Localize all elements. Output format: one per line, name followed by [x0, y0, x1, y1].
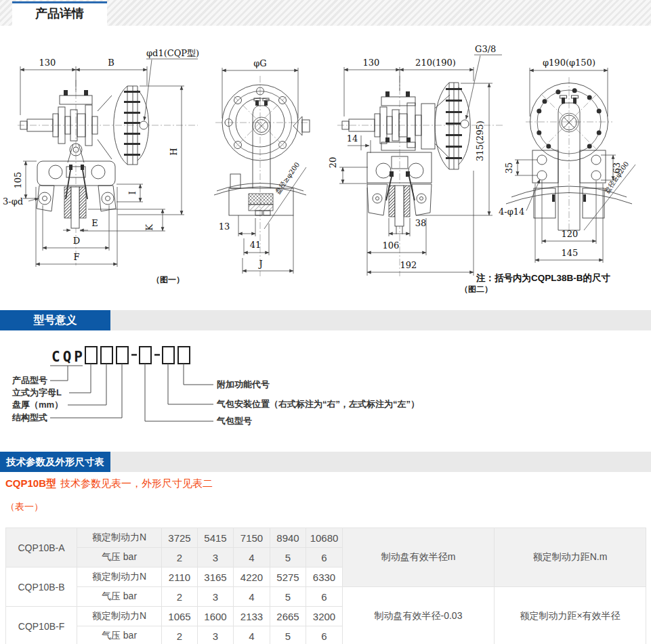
pressure-value: 2 [162, 548, 198, 567]
pressure-value: 6 [306, 587, 343, 607]
force-value: 10680 [306, 528, 343, 548]
fig1-dim-D: D [73, 236, 80, 246]
merge-torque-bottom: 额定制动力距×有效半径 [495, 587, 646, 644]
fig1-dim-130: 130 [39, 58, 56, 68]
force-value: 1600 [198, 607, 234, 626]
pressure-label-cell: 气压 bar [77, 548, 162, 567]
merge-radius-top: 制动盘有效半径m [343, 528, 495, 587]
pressure-value: 2 [162, 626, 198, 644]
merge-torque-top: 额定制动力距N.m [495, 528, 646, 587]
force-value: 4220 [234, 567, 270, 587]
model-right-label-1: 附加功能代号 [217, 379, 270, 389]
fig3-dim-14: 14 [347, 133, 358, 144]
fig1-dim-B: B [108, 58, 114, 68]
figure-3-side-view: 130 210(190) G3/8 315(295) 14 20 38 106 … [328, 44, 503, 276]
force-value: 2133 [234, 607, 270, 626]
fig3-dim-192: 192 [400, 260, 417, 270]
product-detail-page: 130 B φd1(CQP型) H 105 3-φd I K E D [0, 0, 651, 644]
fig3-dim-130: 130 [363, 58, 380, 68]
fig3-dim-38: 38 [415, 218, 427, 228]
section-bar-specs: 技术参数及外形尺寸表 [0, 452, 651, 472]
fig2-dim-phiG: φG [253, 58, 267, 68]
fig2-dim-disc: 盘径≥φ200 [274, 161, 301, 196]
specs-intro-model: CQP10B型 [5, 477, 56, 489]
force-value: 3725 [162, 528, 198, 548]
pressure-value: 3 [198, 626, 234, 644]
model-cell-a: CQP10B-A [6, 528, 77, 567]
section-bar-model-meaning: 型号意义 [0, 310, 651, 330]
pressure-value: 3 [198, 587, 234, 607]
fig1-dim-F: F [73, 252, 79, 262]
force-value: 7150 [234, 528, 270, 548]
fig3-dim-G38: G3/8 [475, 44, 496, 54]
force-value: 3165 [198, 567, 234, 587]
force-value: 1065 [162, 607, 198, 626]
fig1-dim-H: H [169, 148, 179, 155]
pressure-label-cell: 气压 bar [77, 626, 162, 644]
model-right-label-3: 气包型号 [216, 416, 252, 426]
pressure-value: 4 [234, 626, 270, 644]
fig3-dim-315: 315(295) [475, 121, 485, 161]
table-caption: （表一） [5, 501, 43, 513]
fig1-dim-3phid: 3-φd [3, 196, 23, 207]
fig1-dim-I: I [127, 191, 138, 194]
spec-table: CQP10B-A 额定制动力N 3725 5415 7150 8940 1068… [5, 528, 646, 644]
pressure-value: 4 [234, 548, 270, 567]
section-title-specs: 技术参数及外形尺寸表 [0, 452, 110, 472]
fig3-dim-210: 210(190) [415, 58, 456, 68]
fig4-dim-4phi14: 4-φ14 [499, 207, 524, 217]
pressure-value: 3 [198, 548, 234, 567]
force-label-cell: 额定制动力N [77, 567, 162, 587]
top-tab-bar: 产品详情 [0, 0, 651, 26]
specs-intro-line: CQP10B型技术参数见表一，外形尺寸见表二 [5, 477, 213, 490]
fig2-dim-J: J [257, 259, 262, 269]
specs-intro-text: 技术参数见表一，外形尺寸见表二 [60, 477, 213, 489]
model-cell-b: CQP10B-B [6, 567, 77, 607]
force-value: 3200 [306, 607, 343, 626]
fig1-dim-phid1: φd1(CQP型) [146, 48, 199, 58]
fig2-dim-13: 13 [219, 221, 230, 232]
model-cell-f: CQP10B-F [6, 607, 77, 644]
fig1-caption: （图一） [152, 275, 184, 284]
table-row: CQP10B-A 额定制动力N 3725 5415 7150 8940 1068… [6, 528, 646, 548]
force-value: 2110 [162, 567, 198, 587]
model-left-label-4: 结构型式 [12, 412, 47, 423]
pressure-value: 5 [270, 548, 306, 567]
force-value: 8940 [270, 528, 306, 548]
fig3-dim-20: 20 [328, 157, 338, 169]
table-row: 气压 bar 2 3 4 5 6 制动盘有效半径-0.03 额定制动力距×有效半… [6, 587, 646, 607]
model-left-label-1: 产品型号 [12, 375, 47, 385]
force-label-cell: 额定制动力N [77, 528, 162, 548]
fig4-dim-35: 35 [504, 163, 514, 174]
force-label-cell: 额定制动力N [77, 607, 162, 626]
model-left-label-2: 立式为字母L [12, 387, 62, 398]
fig4-dim-phi190: φ190(φ150) [543, 58, 595, 68]
force-value: 5275 [270, 567, 306, 587]
pressure-label-cell: 气压 bar [77, 587, 162, 607]
model-code-diagram: CQP 产品型号 立式为字母L 盘厚（mm） 结构型式 附加功能代号 气包安装位… [12, 347, 419, 426]
force-value: 5415 [198, 528, 234, 548]
fig2-caption: （图二） [460, 284, 492, 294]
section-title-model-meaning: 型号意义 [0, 310, 110, 330]
figure-1-side-view: 130 B φd1(CQP型) H 105 3-φd I K E D [3, 48, 199, 284]
pressure-value: 6 [306, 626, 343, 644]
pressure-value: 6 [306, 548, 343, 567]
pressure-value: 4 [234, 587, 270, 607]
pressure-value: 5 [270, 626, 306, 644]
model-right-label-2: 气包安装位置（右式标注为“右”，左式标注为“左”） [216, 399, 419, 409]
fig4-dim-120: 120 [562, 229, 579, 239]
fig2-dim-41: 41 [250, 240, 261, 250]
model-prefix: CQP [51, 349, 85, 365]
pressure-value: 2 [162, 587, 198, 607]
fig1-dim-105: 105 [13, 172, 23, 189]
fig1-dim-E: E [91, 218, 98, 228]
drawing-note: 注：括号内为CQPL38B-B的尺寸 [476, 273, 611, 283]
force-value: 6330 [306, 567, 343, 587]
model-left-label-3: 盘厚（mm） [12, 400, 63, 410]
force-value: 2665 [270, 607, 306, 626]
pressure-value: 5 [270, 587, 306, 607]
tab-product-detail[interactable]: 产品详情 [12, 1, 107, 26]
figure-2-front-view: φG 盘径≥φ200 13 41 J [214, 58, 310, 276]
fig1-dim-K: K [144, 224, 154, 231]
fig3-dim-106: 106 [383, 240, 400, 251]
